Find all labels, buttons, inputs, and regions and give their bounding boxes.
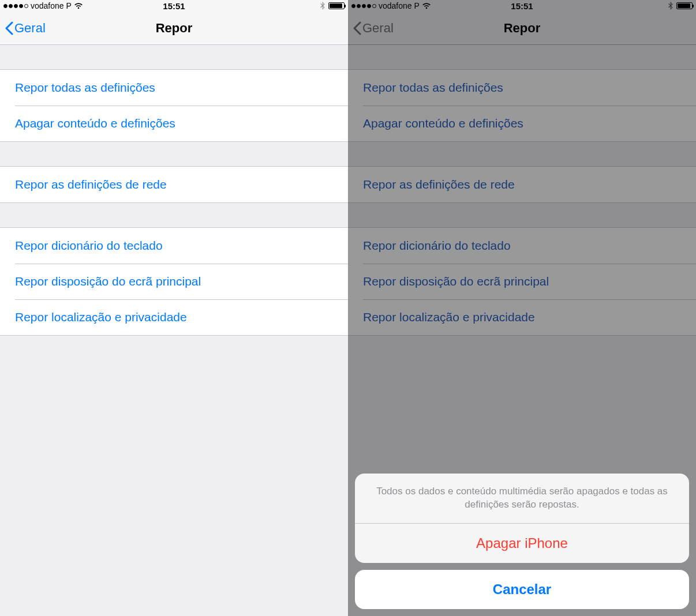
- phone-screen-right: vodafone P 15:51 Geral Repor Repor todas…: [348, 0, 696, 616]
- cell-reset-keyboard: Repor dicionário do teclado: [348, 228, 696, 264]
- settings-group: Repor dicionário do teclado Repor dispos…: [0, 227, 348, 336]
- wifi-icon: [422, 2, 431, 9]
- cell-reset-home-layout: Repor disposição do ecrã principal: [348, 264, 696, 299]
- cell-label: Repor todas as definições: [15, 81, 155, 95]
- status-bar: vodafone P 15:51: [0, 0, 348, 12]
- battery-icon: [328, 2, 345, 9]
- settings-group: Repor todas as definições Apagar conteúd…: [0, 69, 348, 142]
- settings-group: Repor todas as definições Apagar conteúd…: [348, 69, 696, 142]
- status-right: [320, 2, 345, 10]
- button-label: Apagar iPhone: [476, 535, 568, 551]
- back-button: Geral: [353, 21, 394, 36]
- signal-strength-icon: [3, 4, 28, 8]
- cell-label: Repor dicionário do teclado: [363, 239, 511, 253]
- signal-strength-icon: [351, 4, 376, 8]
- cell-erase-content[interactable]: Apagar conteúdo e definições: [0, 106, 348, 141]
- cell-label: Apagar conteúdo e definições: [363, 117, 523, 130]
- cell-reset-all-settings: Repor todas as definições: [348, 70, 696, 106]
- bluetooth-icon: [668, 2, 673, 10]
- settings-list: Repor todas as definições Apagar conteúd…: [348, 69, 696, 336]
- cell-label: Repor todas as definições: [363, 81, 503, 95]
- carrier-label: vodafone P: [379, 1, 420, 10]
- chevron-left-icon: [5, 21, 13, 35]
- cell-reset-location-privacy: Repor localização e privacidade: [348, 299, 696, 335]
- chevron-left-icon: [353, 21, 361, 35]
- nav-bar: Geral Repor: [0, 12, 348, 45]
- cell-reset-home-layout[interactable]: Repor disposição do ecrã principal: [0, 264, 348, 299]
- nav-bar: Geral Repor: [348, 12, 696, 45]
- cell-reset-all-settings[interactable]: Repor todas as definições: [0, 70, 348, 106]
- cell-reset-location-privacy[interactable]: Repor localização e privacidade: [0, 299, 348, 335]
- status-right: [668, 2, 693, 10]
- settings-list: Repor todas as definições Apagar conteúd…: [0, 69, 348, 336]
- status-left: vodafone P: [3, 1, 83, 10]
- action-sheet-message: Todos os dados e conteúdo multimédia ser…: [355, 474, 689, 523]
- cell-label: Apagar conteúdo e definições: [15, 117, 175, 130]
- cell-label: Repor dicionário do teclado: [15, 239, 163, 253]
- nav-title: Repor: [348, 21, 696, 36]
- status-bar: vodafone P 15:51: [348, 0, 696, 12]
- cell-label: Repor as definições de rede: [15, 178, 167, 191]
- cell-label: Repor as definições de rede: [363, 178, 515, 191]
- action-sheet: Todos os dados e conteúdo multimédia ser…: [355, 474, 689, 609]
- nav-title: Repor: [0, 21, 348, 36]
- back-label: Geral: [362, 21, 394, 36]
- cell-reset-network: Repor as definições de rede: [348, 167, 696, 202]
- back-button[interactable]: Geral: [5, 21, 46, 36]
- button-label: Cancelar: [493, 581, 551, 598]
- wifi-icon: [74, 2, 83, 9]
- back-label: Geral: [14, 21, 46, 36]
- cell-reset-network[interactable]: Repor as definições de rede: [0, 167, 348, 202]
- settings-group: Repor as definições de rede: [0, 166, 348, 203]
- cell-erase-content: Apagar conteúdo e definições: [348, 106, 696, 141]
- bluetooth-icon: [320, 2, 325, 10]
- action-sheet-card: Todos os dados e conteúdo multimédia ser…: [355, 474, 689, 563]
- status-left: vodafone P: [351, 1, 431, 10]
- cell-label: Repor disposição do ecrã principal: [15, 275, 201, 288]
- phone-screen-left: vodafone P 15:51 Geral Repor Repor todas…: [0, 0, 348, 616]
- erase-iphone-button[interactable]: Apagar iPhone: [355, 524, 689, 563]
- cell-label: Repor localização e privacidade: [15, 310, 187, 324]
- battery-icon: [676, 2, 693, 9]
- cell-label: Repor localização e privacidade: [363, 310, 535, 324]
- settings-group: Repor as definições de rede: [348, 166, 696, 203]
- cell-reset-keyboard[interactable]: Repor dicionário do teclado: [0, 228, 348, 264]
- carrier-label: vodafone P: [31, 1, 72, 10]
- settings-group: Repor dicionário do teclado Repor dispos…: [348, 227, 696, 336]
- cell-label: Repor disposição do ecrã principal: [363, 275, 549, 288]
- cancel-button[interactable]: Cancelar: [355, 570, 689, 609]
